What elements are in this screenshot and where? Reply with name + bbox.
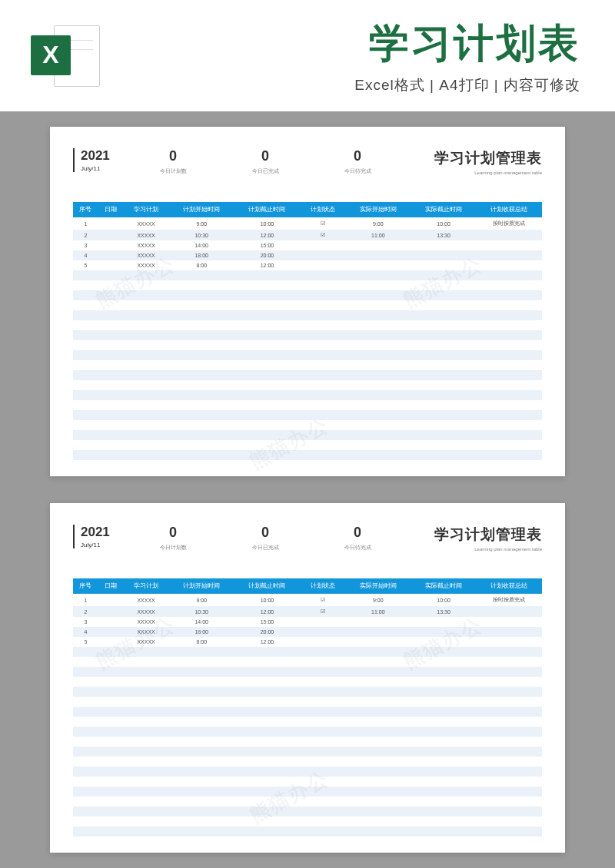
stat-label: 今日待完成: [311, 167, 404, 175]
table-row: [73, 757, 542, 767]
sheet-title: 学习计划管理表: [404, 525, 542, 545]
table-row: 5XXXXX8:0012:00: [73, 637, 542, 647]
table-row: [73, 340, 542, 350]
stat-label: 今日已完成: [219, 544, 311, 552]
table-row: [73, 410, 542, 420]
table-row: [73, 330, 542, 340]
table-row: [73, 290, 542, 300]
stat-value: 0: [127, 148, 219, 164]
banner-subtitle: Excel格式 | A4打印 | 内容可修改: [100, 75, 580, 95]
stat-block: 0今日待完成: [311, 525, 404, 552]
table-row: 3XXXXX14:0015:00: [73, 617, 542, 627]
banner-text: 学习计划表 Excel格式 | A4打印 | 内容可修改: [100, 17, 615, 95]
sheet-title-en: Learning plan management table: [404, 171, 542, 175]
table-header: 计划状态: [300, 202, 345, 217]
sheet-preview-1: 2021July/110今日计划数0今日已完成0今日待完成学习计划管理表Lear…: [50, 127, 565, 476]
year-block: 2021July/11: [73, 148, 127, 172]
excel-icon: X: [31, 22, 100, 91]
table-header: 日期: [98, 202, 124, 217]
table-row: [73, 767, 542, 777]
sheet-preview-2: 2021July/110今日计划数0今日已完成0今日待完成学习计划管理表Lear…: [50, 503, 565, 853]
title-block: 学习计划管理表Learning plan management table: [404, 525, 542, 552]
year: 2021: [81, 525, 127, 540]
stat-value: 0: [219, 525, 311, 541]
table-row: [73, 687, 542, 697]
plan-table: 序号日期学习计划计划开始时间计划截止时间计划状态实际开始时间实际截止时间计划收获…: [73, 578, 542, 846]
table-row: [73, 440, 542, 450]
table-row: [73, 400, 542, 410]
table-header: 计划开始时间: [169, 202, 234, 217]
table-header: 序号: [73, 202, 98, 217]
table-row: [73, 707, 542, 717]
table-row: [73, 787, 542, 797]
stat-value: 0: [127, 525, 219, 541]
table-row: 3XXXXX14:0015:00: [73, 240, 542, 250]
banner-title: 学习计划表: [100, 17, 580, 71]
table-row: [73, 677, 542, 687]
table-header: 实际截止时间: [411, 578, 476, 594]
table-header: 计划收获总结: [477, 202, 542, 217]
stat-block: 0今日待完成: [311, 148, 404, 175]
stat-block: 0今日计划数: [127, 525, 219, 552]
page-area: 2021July/110今日计划数0今日已完成0今日待完成学习计划管理表Lear…: [50, 127, 565, 853]
table-row: [73, 827, 542, 837]
table-row: [73, 300, 542, 310]
table-row: 1XXXXX9:0010:00☑9:0010:00按时按质完成: [73, 217, 542, 230]
stat-block: 0今日计划数: [127, 148, 219, 175]
table-header: 序号: [73, 578, 98, 594]
table-row: 4XXXXX18:0020:00: [73, 627, 542, 637]
table-row: [73, 807, 542, 817]
table-row: [73, 777, 542, 787]
date: July/11: [81, 542, 127, 548]
table-header: 计划截止时间: [234, 202, 300, 217]
table-row: 1XXXXX9:0010:00☑9:0010:00按时按质完成: [73, 594, 542, 606]
table-row: [73, 797, 542, 807]
stat-label: 今日已完成: [219, 167, 311, 175]
table-row: [73, 647, 542, 657]
table-header: 计划截止时间: [234, 578, 300, 594]
stat-value: 0: [311, 525, 404, 541]
table-row: [73, 320, 542, 330]
year-block: 2021July/11: [73, 525, 127, 548]
table-row: 4XXXXX18:0020:00: [73, 250, 542, 260]
table-row: [73, 390, 542, 400]
table-header: 计划收获总结: [477, 578, 542, 594]
table-row: [73, 697, 542, 707]
table-row: [73, 737, 542, 747]
table-row: [73, 420, 542, 430]
table-row: 2XXXXX10:3012:00☑11:0013:30: [73, 606, 542, 617]
stat-block: 0今日已完成: [219, 525, 311, 552]
stat-block: 0今日已完成: [219, 148, 311, 175]
stat-value: 0: [311, 148, 404, 164]
table-row: [73, 430, 542, 440]
table-row: [73, 310, 542, 320]
table-row: [73, 450, 542, 460]
table-header: 学习计划: [124, 202, 169, 217]
table-row: [73, 747, 542, 757]
table-row: [73, 270, 542, 280]
sheet-title: 学习计划管理表: [404, 148, 542, 168]
table-row: 2XXXXX10:3012:00☑11:0013:30: [73, 230, 542, 240]
table-row: [73, 727, 542, 737]
stat-label: 今日计划数: [127, 544, 219, 552]
title-block: 学习计划管理表Learning plan management table: [404, 148, 542, 175]
table-header: 实际开始时间: [345, 202, 411, 217]
table-header: 学习计划: [124, 578, 169, 594]
table-row: [73, 657, 542, 667]
table-row: [73, 837, 542, 846]
table-header: 计划状态: [300, 578, 345, 594]
banner: X 学习计划表 Excel格式 | A4打印 | 内容可修改: [0, 0, 615, 111]
table-row: [73, 370, 542, 380]
plan-table: 序号日期学习计划计划开始时间计划截止时间计划状态实际开始时间实际截止时间计划收获…: [73, 202, 542, 470]
table-header: 实际开始时间: [345, 578, 411, 594]
table-row: [73, 667, 542, 677]
table-row: [73, 460, 542, 470]
table-header: 实际截止时间: [411, 202, 476, 217]
table-header: 日期: [98, 578, 124, 594]
table-row: [73, 350, 542, 360]
stat-label: 今日待完成: [311, 544, 404, 552]
table-row: [73, 280, 542, 290]
table-row: 5XXXXX8:0012:00: [73, 260, 542, 270]
sheet-title-en: Learning plan management table: [404, 547, 542, 552]
stat-value: 0: [219, 148, 311, 164]
